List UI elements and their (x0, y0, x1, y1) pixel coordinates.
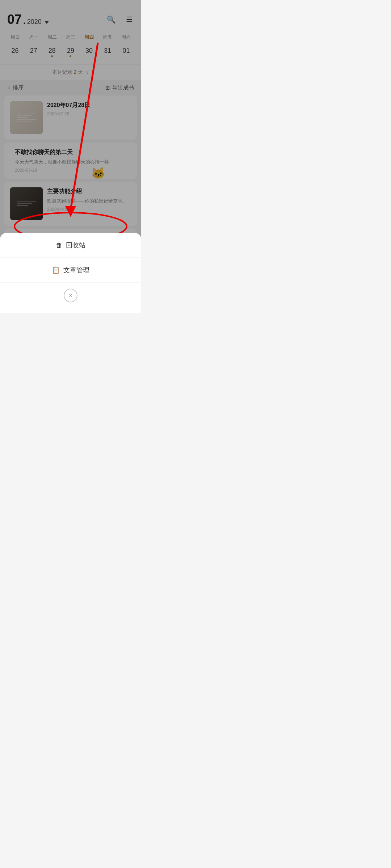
manage-icon: 📋 (52, 266, 60, 274)
article-manage-button[interactable]: 📋 文章管理 (0, 258, 141, 283)
recycle-bin-icon: 🗑 (56, 242, 62, 249)
close-icon: × (69, 292, 73, 299)
bottom-sheet: 🗑 回收站 📋 文章管理 × (0, 233, 141, 313)
close-button[interactable]: × (64, 289, 77, 302)
sheet-close-area: × (0, 283, 141, 302)
recycle-bin-label: 回收站 (66, 241, 85, 250)
manage-label: 文章管理 (63, 266, 89, 275)
recycle-bin-button[interactable]: 🗑 回收站 (0, 233, 141, 258)
